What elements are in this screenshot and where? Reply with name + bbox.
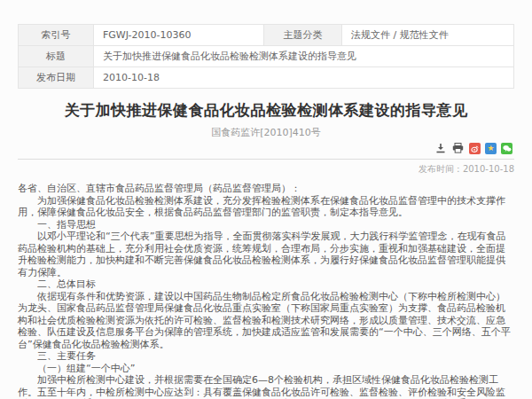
table-row: 发布日期 2010-10-18 (19, 67, 514, 89)
document-info-table: 索引号 FGWJ-2010-10360 主题分类 法规文件 / 规范性文件 标题… (18, 24, 514, 89)
weibo-share-icon[interactable] (469, 143, 481, 154)
publish-time-value: 2010-10-18 (463, 164, 514, 174)
section-heading-2: 二、总体目标 (18, 278, 514, 291)
section-subheading: （一）组建“一个中心” (18, 363, 514, 375)
article-salutation: 各省、自治区、直辖市食品药品监督管理局（药品监督管理局）： (18, 183, 514, 195)
article-paragraph: 依据现有条件和优势资源，建设以中国药品生物制品检定所食品化妆品检验检测中心（下称… (18, 291, 514, 351)
section-heading-3: 三、主要任务 (18, 350, 514, 363)
title-label: 标题 (19, 46, 94, 67)
page-title: 关于加快推进保健食品化妆品检验检测体系建设的指导意见 (18, 100, 514, 121)
table-row: 标题 关于加快推进保健食品化妆品检验检测体系建设的指导意见 (19, 46, 514, 67)
article-body: 各省、自治区、直辖市食品药品监督管理局（药品监督管理局）： 为加强保健食品化妆品… (18, 183, 514, 399)
qzone-share-icon[interactable]: ★ (485, 143, 497, 154)
subject-category-value: 法规文件 / 规范性文件 (342, 25, 514, 46)
table-row: 索引号 FGWJ-2010-10360 主题分类 法规文件 / 规范性文件 (19, 25, 514, 46)
article-paragraph: 为加强保健食品化妆品检验检测体系建设，充分发挥检验检测体系在保健食品化妆品监督管… (18, 195, 514, 219)
document-number: 国食药监许[2010]410号 (18, 126, 514, 139)
index-number-label: 索引号 (19, 25, 94, 46)
publish-time: 发布时间：2010-10-18 (18, 163, 514, 176)
title-value: 关于加快推进保健食品化妆品检验检测体系建设的指导意见 (94, 46, 514, 67)
index-number-value: FGWJ-2010-10360 (94, 25, 264, 46)
document-page: 索引号 FGWJ-2010-10360 主题分类 法规文件 / 规范性文件 标题… (0, 0, 532, 399)
publish-time-label: 发布时间： (419, 164, 463, 174)
download-icon[interactable] (434, 142, 447, 154)
article-paragraph: 以邓小平理论和“三个代表”重要思想为指导，全面贯彻落实科学发展观，大力践行科学监… (18, 231, 514, 278)
subject-category-label: 主题分类 (264, 25, 342, 46)
wechat-share-icon[interactable] (501, 143, 512, 154)
share-toolbar: ★ (18, 139, 514, 160)
star-glyph: ★ (487, 145, 494, 153)
print-icon[interactable] (451, 142, 465, 154)
publish-date-value: 2010-10-18 (94, 67, 514, 89)
section-heading-1: 一、指导思想 (18, 219, 514, 231)
article-paragraph: 加强中检所检测中心建设，并根据需要在全国确定6—8个检验机构，承担区域性保健食品… (18, 374, 514, 399)
publish-date-label: 发布日期 (19, 67, 94, 89)
